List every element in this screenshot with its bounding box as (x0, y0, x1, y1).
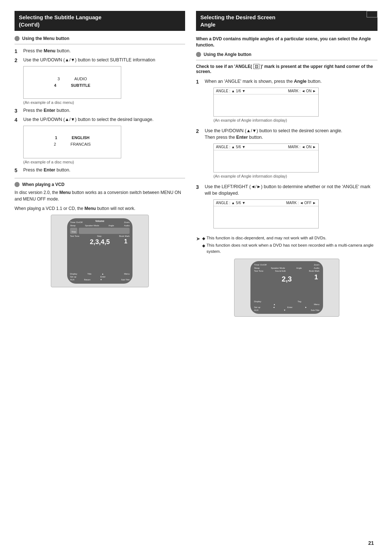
disc-menu-2-row1: 1ENGLISH (55, 135, 89, 140)
disc-menu-2-caption: (An example of a disc menu) (23, 160, 185, 164)
step-1-num: 1 (15, 48, 21, 54)
disc-menu-1: 3AUDIO 4SUBTITLE (23, 66, 121, 99)
angle-header-3: ANGLE : ▲ 5/6 ▼ MARK : ◄ OFF ► (214, 200, 318, 206)
note-text-1: This function is disc-dependent, and may… (207, 235, 326, 241)
left-column: Selecting the Subtitle Language(Cont'd) … (15, 11, 185, 540)
right-step-1-num: 1 (196, 79, 203, 85)
note-row-1: ➤ ◆ This function is disc-dependent, and… (196, 235, 377, 254)
step-4-text: Use the UP/DOWN (▲/▼) button to select t… (23, 117, 154, 123)
right-step-3-text: Use the LEFT/RIGHT (◄/►) button to deter… (205, 184, 371, 196)
step-1-text: Press the Menu button. (23, 48, 71, 54)
vcd-label: When playing a VCD (22, 182, 65, 187)
disc-menu-2: 1ENGLISH 2FRANCAIS (23, 126, 121, 158)
angle-right-2: MARK : ◄ ON ► (288, 145, 316, 149)
angle-caption-2: (An example of Angle information display… (213, 174, 342, 178)
step-2-row: 2 Use the UP/DOWN (▲/▼) button to select… (15, 57, 185, 64)
angle-left-2: ANGLE : ▲ 5/6 ▼ (216, 145, 246, 149)
right-step-2-num: 2 (196, 128, 203, 134)
circle-icon (15, 36, 20, 41)
diamond-icon-1: ◆ (202, 236, 205, 241)
disc-menu-1-row2: 4SUBTITLE (54, 83, 90, 88)
gb-badge: GB (367, 11, 378, 17)
left-section-title: Selecting the Subtitle Language(Cont'd) (15, 11, 185, 31)
step-1-row: 1 Press the Menu button. (15, 48, 185, 54)
angle-button-label: Using the Angle button (204, 52, 252, 57)
remote-image-left: Timer On/Off Zoom Sleep Speaker Mode Ang… (51, 215, 149, 287)
menu-button-subsection: Using the Menu button (15, 36, 185, 41)
step-4-row: 4 Use the UP/DOWN (▲/▼) button to select… (15, 117, 185, 123)
step-3-row: 3 Press the Enter button. (15, 108, 185, 114)
step-2-text: Use the UP/DOWN (▲/▼) button to select S… (23, 57, 155, 64)
diamond-icon-2: ◆ (202, 243, 205, 248)
page-number: 21 (368, 540, 374, 546)
step-3-num: 3 (15, 108, 21, 114)
right-intro-text: When a DVD contains multiple angles of a… (196, 36, 377, 48)
disc-menu-1-caption: (An example of a disc menu) (23, 100, 185, 105)
step-4-num: 4 (15, 117, 21, 123)
angle-header-1: ANGLE : ▲ 1/6 ▼ MARK : ◄ ON ► (214, 88, 318, 94)
angle-info-box-2: ANGLE : ▲ 5/6 ▼ MARK : ◄ ON ► (213, 143, 319, 173)
angle-caption-1: (An example of Angle information display… (213, 118, 322, 122)
angle-right-1: MARK : ◄ ON ► (288, 89, 316, 93)
menu-button-label: Using the Menu button (22, 36, 69, 41)
check-text: Check to see if an 'ANGLE( ⊡ )' mark is … (196, 64, 377, 74)
angle-left-3: ANGLE : ▲ 5/6 ▼ (216, 201, 246, 205)
notes-section: ➤ ◆ This function is disc-dependent, and… (196, 235, 377, 254)
angle-header-2: ANGLE : ▲ 5/6 ▼ MARK : ◄ ON ► (214, 144, 318, 150)
disc-menu-2-row2: 2FRANCAIS (54, 142, 91, 146)
right-step-2-row: 2 Use the UP/DOWN (▲/▼) button to select… (196, 128, 377, 181)
right-step-3-num: 3 (196, 184, 203, 190)
vcd-text-2: When playing a VCD 1.1 or CD, the Menu b… (15, 205, 185, 212)
note-text-2: This function does not work when a DVD h… (207, 242, 377, 254)
step-2-num: 2 (15, 57, 21, 63)
angle-info-box-3: ANGLE : ▲ 5/6 ▼ MARK : ◄ OFF ► (213, 199, 319, 228)
arrow-icon-1: ➤ (196, 235, 200, 243)
angle-right-3: MARK : ◄ OFF ► (286, 201, 316, 205)
remote-image-right: Timer On/Off Zoom Sleep Speaker Mode Ang… (234, 259, 339, 317)
step-5-text: Press the Enter button. (23, 167, 70, 174)
vcd-text-1: In disc version 2.0, the Menu button wor… (15, 189, 185, 202)
step-5-row: 5 Press the Enter button. (15, 167, 185, 174)
right-column: Selecting the Desired ScreenAngle When a… (196, 11, 377, 540)
right-step-1-text: When an 'ANGLE' mark is shown, press the… (205, 79, 322, 84)
disc-menu-1-row1: 3AUDIO (58, 77, 87, 81)
angle-button-subsection: Using the Angle button (196, 52, 377, 57)
circle-icon-angle (196, 52, 201, 57)
angle-info-box-1: ANGLE : ▲ 1/6 ▼ MARK : ◄ ON ► (213, 88, 319, 117)
step-5-num: 5 (15, 167, 21, 173)
vcd-subsection: When playing a VCD (15, 182, 185, 187)
angle-left-1: ANGLE : ▲ 1/6 ▼ (216, 89, 246, 93)
circle-icon-vcd (15, 182, 20, 187)
right-section-title: Selecting the Desired ScreenAngle (196, 11, 377, 31)
right-step-2-text: Use the UP/DOWN (▲/▼) button to select t… (205, 128, 342, 140)
right-step-3-row: 3 Use the LEFT/RIGHT (◄/►) button to det… (196, 184, 377, 230)
right-step-1-row: 1 When an 'ANGLE' mark is shown, press t… (196, 78, 377, 126)
step-3-text: Press the Enter button. (23, 108, 70, 114)
